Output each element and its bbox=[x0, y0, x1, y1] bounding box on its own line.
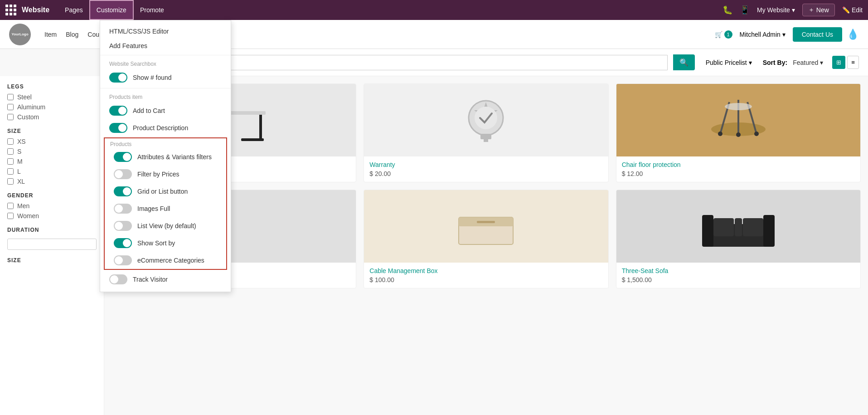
ecommerce-categories-knob bbox=[115, 256, 123, 264]
attributes-variants-toggle[interactable]: Attributes & Variants filters bbox=[105, 148, 226, 166]
list-view-button[interactable]: ≡ bbox=[847, 56, 859, 69]
duration-input[interactable] bbox=[7, 239, 97, 250]
product-info-chair: Chair floor protection $ 12.00 bbox=[616, 156, 860, 182]
html-css-js-editor[interactable]: HTML/CSS/JS Editor bbox=[100, 24, 231, 39]
size-xs[interactable]: XS bbox=[7, 138, 97, 145]
list-view-knob bbox=[115, 222, 123, 230]
plus-icon: ＋ bbox=[808, 6, 815, 14]
site-name: Website bbox=[22, 6, 49, 14]
edit-button[interactable]: ✏️ Edit bbox=[842, 6, 863, 14]
nav-pages[interactable]: Pages bbox=[58, 0, 89, 20]
product-description-switch[interactable] bbox=[109, 123, 127, 133]
add-to-cart-toggle[interactable]: Add to Cart bbox=[100, 102, 231, 119]
track-visitor-knob bbox=[110, 275, 118, 283]
cable-image bbox=[364, 190, 608, 263]
track-visitor-label: Track Visitor bbox=[133, 276, 168, 283]
nav-item[interactable]: Item bbox=[44, 31, 57, 38]
customize-dropdown: HTML/CSS/JS Editor Add Features Website … bbox=[100, 20, 231, 292]
size-filter: SIZE XS S M L XL bbox=[7, 128, 97, 185]
warranty-image bbox=[364, 84, 608, 156]
nav-promote[interactable]: Promote bbox=[134, 0, 170, 20]
pencil-icon: ✏️ bbox=[842, 6, 850, 14]
svg-rect-27 bbox=[743, 218, 763, 236]
size-title: SIZE bbox=[7, 128, 97, 134]
duration-title: DURATION bbox=[7, 227, 97, 233]
nav-blog[interactable]: Blog bbox=[66, 31, 78, 38]
list-view-toggle[interactable]: List View (by default) bbox=[105, 217, 226, 234]
grid-view-button[interactable]: ⊞ bbox=[832, 56, 845, 69]
sort-by-label: Sort By: bbox=[763, 59, 787, 66]
svg-rect-24 bbox=[763, 215, 775, 247]
show-sort-by-toggle[interactable]: Show Sort by bbox=[105, 234, 226, 252]
product-description-toggle[interactable]: Product Description bbox=[100, 119, 231, 137]
images-full-toggle[interactable]: Images Full bbox=[105, 200, 226, 217]
svg-rect-2 bbox=[259, 115, 262, 140]
add-features[interactable]: Add Features bbox=[100, 39, 231, 53]
product-description-knob bbox=[118, 124, 126, 132]
my-website-dropdown[interactable]: My Website ▾ bbox=[757, 6, 795, 14]
svg-point-18 bbox=[725, 103, 752, 110]
gender-men[interactable]: Men bbox=[7, 202, 97, 210]
grid-list-switch[interactable] bbox=[114, 186, 132, 196]
gender-women[interactable]: Women bbox=[7, 212, 97, 220]
cart-icon[interactable]: 🛒 1 bbox=[715, 30, 732, 39]
mobile-icon[interactable]: 📱 bbox=[740, 5, 750, 15]
my-website-label: My Website bbox=[757, 6, 790, 14]
grid-list-button-toggle[interactable]: Grid or List button bbox=[105, 183, 226, 200]
product-card-chair[interactable]: Chair floor protection $ 12.00 bbox=[616, 83, 861, 182]
website-searchbox-label: Website Searchbox bbox=[100, 57, 231, 69]
show-found-switch[interactable] bbox=[109, 73, 127, 83]
list-view-label: List View (by default) bbox=[137, 222, 196, 229]
size-xl[interactable]: XL bbox=[7, 178, 97, 185]
grid-icon[interactable] bbox=[5, 5, 16, 15]
product-name-chair: Chair floor protection bbox=[622, 161, 855, 168]
show-found-label: Show # found bbox=[133, 74, 172, 81]
sofa-svg bbox=[698, 199, 779, 254]
size-m[interactable]: M bbox=[7, 158, 97, 165]
products-section-box: Products Attributes & Variants filters F… bbox=[104, 137, 227, 270]
list-view-switch[interactable] bbox=[114, 221, 132, 231]
size-title-2: SIZE bbox=[7, 257, 97, 264]
ecommerce-categories-switch[interactable] bbox=[114, 255, 132, 265]
show-sort-switch[interactable] bbox=[114, 238, 132, 248]
show-found-toggle[interactable]: Show # found bbox=[100, 69, 231, 86]
admin-user[interactable]: Mitchell Admin ▾ bbox=[740, 31, 786, 38]
new-button[interactable]: ＋ New bbox=[802, 4, 835, 16]
new-label: New bbox=[816, 6, 829, 14]
sort-by-dropdown[interactable]: Featured ▾ bbox=[793, 59, 823, 66]
view-buttons: ⊞ ≡ bbox=[832, 56, 859, 69]
legs-steel[interactable]: Steel bbox=[7, 93, 97, 101]
logo[interactable]: YourLogo bbox=[9, 24, 31, 45]
svg-rect-9 bbox=[484, 138, 488, 142]
product-card-cable[interactable]: Cable Management Box $ 100.00 bbox=[364, 190, 608, 288]
attributes-variants-switch[interactable] bbox=[114, 152, 132, 162]
nav-customize[interactable]: Customize bbox=[89, 0, 134, 20]
size-l[interactable]: L bbox=[7, 168, 97, 175]
svg-point-17 bbox=[754, 132, 759, 136]
product-price-chair: $ 12.00 bbox=[622, 170, 855, 177]
legs-custom[interactable]: Custom bbox=[7, 113, 97, 121]
product-description-label: Product Description bbox=[133, 124, 188, 132]
admin-bar: Website Pages Customize Promote 🐛 📱 My W… bbox=[0, 0, 868, 20]
track-visitor-toggle[interactable]: Track Visitor bbox=[100, 271, 231, 288]
filter-prices-switch[interactable] bbox=[114, 169, 132, 179]
search-button[interactable]: 🔍 bbox=[673, 54, 695, 70]
legs-filter: LEGS Steel Aluminum Custom bbox=[7, 83, 97, 121]
size-s[interactable]: S bbox=[7, 148, 97, 155]
add-to-cart-knob bbox=[118, 107, 126, 115]
contact-us-button[interactable]: Contact Us bbox=[793, 27, 842, 42]
product-card-sofa[interactable]: Three-Seat Sofa $ 1,500.00 bbox=[616, 190, 861, 288]
images-full-label: Images Full bbox=[137, 205, 170, 212]
product-info-cable: Cable Management Box $ 100.00 bbox=[364, 263, 608, 288]
track-visitor-switch[interactable] bbox=[109, 274, 127, 284]
images-full-switch[interactable] bbox=[114, 204, 132, 214]
filter-prices-toggle[interactable]: Filter by Prices bbox=[105, 166, 226, 183]
pricelist-dropdown[interactable]: Public Pricelist ▾ bbox=[706, 59, 752, 66]
svg-point-15 bbox=[718, 132, 723, 136]
add-to-cart-switch[interactable] bbox=[109, 106, 127, 116]
bug-icon[interactable]: 🐛 bbox=[723, 5, 732, 15]
product-card-warranty[interactable]: Warranty $ 20.00 bbox=[364, 83, 608, 182]
legs-aluminum[interactable]: Aluminum bbox=[7, 103, 97, 111]
ecommerce-categories-toggle[interactable]: eCommerce Categories bbox=[105, 252, 226, 269]
logo-image: YourLogo bbox=[9, 24, 31, 45]
